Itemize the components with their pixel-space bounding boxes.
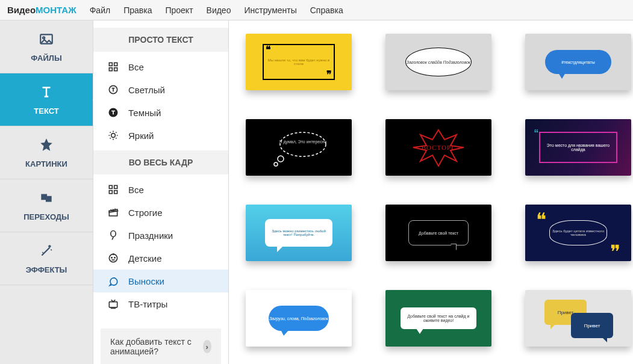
svg-rect-5	[114, 63, 117, 66]
item-bright[interactable]: Яркий	[93, 124, 228, 147]
text-icon	[39, 84, 54, 102]
nav-pictures-label: КАРТИНКИ	[25, 159, 67, 168]
menu-bar: ВидеоМОНТАЖ Файл Правка Проект Видео Инс…	[0, 0, 633, 20]
nav-files[interactable]: ФАЙЛЫ	[0, 20, 93, 73]
item-callouts[interactable]: Выноски	[93, 270, 228, 292]
burst-icon: ВОСТОРГ	[385, 119, 491, 176]
nav-text-label: ТЕКСТ	[34, 106, 58, 116]
preset-thumb[interactable]: Привет Привет	[525, 290, 631, 347]
baby-icon	[107, 251, 120, 265]
logo-part-1: Видео	[7, 5, 36, 15]
svg-rect-13	[109, 191, 112, 194]
nav-files-label: ФАЙЛЫ	[31, 54, 61, 63]
menu-video[interactable]: Видео	[207, 5, 231, 15]
category-panel: ПРОСТО ТЕКСТ Все Светлый Темный Яркий ВО…	[93, 20, 229, 364]
menu-tools[interactable]: Инструменты	[244, 5, 296, 15]
svg-point-1	[43, 37, 45, 39]
app-logo: ВидеоМОНТАЖ	[7, 5, 76, 15]
item-bright-label: Яркий	[128, 131, 154, 141]
thumb-text: Добавьте свой текст	[419, 231, 458, 235]
item-light[interactable]: Светлый	[93, 78, 228, 101]
quote-icon: ❝	[536, 208, 546, 231]
group-simple-text: ПРОСТО ТЕКСТ	[93, 28, 228, 52]
thumb-text: Здесь будет цитата известного человека	[552, 229, 605, 236]
thought-bubble-icon: Я думал, Это интересно	[246, 119, 352, 176]
item-kids[interactable]: Детские	[93, 247, 228, 270]
nav-transitions[interactable]: ПЕРЕХОДЫ	[0, 179, 93, 232]
item-holidays[interactable]: Праздники	[93, 224, 228, 247]
clapper-icon	[107, 206, 120, 219]
preset-thumb[interactable]: Добавьте свой текст	[385, 205, 491, 261]
menu-edit[interactable]: Правка	[123, 5, 152, 15]
balloon-icon	[107, 229, 120, 242]
item-callouts-label: Выноски	[128, 276, 164, 286]
item-all-1-label: Все	[128, 62, 144, 72]
circle-t-outline-icon	[107, 83, 120, 96]
svg-point-18	[111, 258, 112, 258]
item-tvtitles[interactable]: ТВ-титры	[93, 292, 228, 315]
svg-point-16	[111, 231, 116, 237]
preset-gallery: ❝Мы нашли то, что вам будет нужно в стил…	[229, 20, 633, 364]
menu-project[interactable]: Проект	[165, 5, 193, 15]
thumb-text: ВОСТОРГ	[422, 144, 456, 151]
preset-thumb[interactable]: Загрузи, слова, Подзаголовок	[246, 290, 352, 347]
nav-text[interactable]: ТЕКСТ	[0, 73, 93, 126]
svg-rect-6	[109, 68, 112, 71]
item-dark[interactable]: Темный	[93, 101, 228, 124]
item-strict[interactable]: Строгие	[93, 201, 228, 224]
item-dark-label: Темный	[128, 108, 161, 118]
grid-icon	[107, 183, 120, 196]
grid-icon	[107, 60, 120, 73]
item-all-2-label: Все	[128, 185, 144, 195]
nav-effects[interactable]: ЭФФЕКТЫ	[0, 232, 93, 285]
preset-thumb[interactable]: Заголовок слайда Подзаголовок	[385, 34, 491, 90]
preset-thumb[interactable]: ❝Мы нашли то, что вам будет нужно в стил…	[246, 34, 352, 90]
item-kids-label: Детские	[128, 253, 162, 264]
nav-pictures[interactable]: КАРТИНКИ	[0, 126, 93, 179]
preset-thumb[interactable]: ❝ Здесь будет цитата известного человека…	[525, 205, 631, 261]
svg-point-10	[111, 134, 116, 138]
preset-thumb[interactable]: #текстдляцитаты	[525, 34, 631, 90]
svg-rect-3	[46, 196, 52, 202]
nav-effects-label: ЭФФЕКТЫ	[26, 265, 67, 274]
item-holidays-label: Праздники	[128, 230, 173, 241]
thumb-text: Добавьте свой текст на слайд и оживите в…	[402, 314, 475, 322]
preset-thumb[interactable]: ВОСТОРГ	[385, 119, 491, 176]
thumb-text: Привет	[584, 323, 600, 329]
help-link[interactable]: Как добавить текст с анимацией? ›	[101, 329, 221, 364]
sun-icon	[107, 129, 120, 142]
svg-point-22	[278, 156, 284, 162]
main-area: ФАЙЛЫ ТЕКСТ КАРТИНКИ ПЕРЕХОДЫ ЭФФЕКТЫ	[0, 20, 633, 364]
svg-rect-20	[109, 302, 117, 307]
svg-point-23	[274, 162, 278, 166]
thumb-text: Я думал, Это интересно	[279, 140, 326, 144]
thumb-text: Мы нашли то, что вам будет нужно в стиле	[267, 58, 330, 66]
tv-icon	[107, 297, 120, 310]
menu-file[interactable]: Файл	[90, 5, 110, 15]
thumb-text: #текстдляцитаты	[561, 60, 595, 64]
svg-rect-4	[109, 63, 112, 66]
thumb-text: Заголовок слайда Подзаголовок	[407, 60, 470, 64]
nav-transitions-label: ПЕРЕХОДЫ	[23, 212, 69, 221]
svg-rect-11	[109, 185, 112, 188]
svg-rect-14	[114, 191, 117, 194]
preset-thumb[interactable]: Здесь можно разместить любой текст! Попр…	[246, 205, 352, 261]
item-tvtitles-label: ТВ-титры	[128, 299, 167, 309]
help-text: Как добавить текст с анимацией?	[110, 337, 197, 356]
item-strict-label: Строгие	[128, 208, 163, 218]
chevron-right-icon: ›	[203, 340, 211, 353]
item-all-2[interactable]: Все	[93, 178, 228, 201]
item-all-1[interactable]: Все	[93, 55, 228, 78]
group-fullframe: ВО ВЕСЬ КАДР	[93, 150, 228, 174]
logo-part-2: МОНТАЖ	[36, 5, 76, 15]
wand-icon	[39, 243, 54, 261]
group1-items: Все Светлый Темный Яркий	[93, 52, 228, 150]
svg-point-17	[109, 254, 117, 262]
preset-thumb[interactable]: Я думал, Это интересно	[246, 119, 352, 176]
preset-thumb[interactable]: Это место для названия вашего слайда	[525, 119, 631, 176]
menu-help[interactable]: Справка	[310, 5, 343, 15]
circle-t-filled-icon	[107, 106, 120, 119]
preset-thumb[interactable]: Добавьте свой текст на слайд и оживите в…	[385, 290, 491, 347]
speech-bubble-icon	[107, 274, 120, 288]
star-icon	[39, 137, 54, 155]
